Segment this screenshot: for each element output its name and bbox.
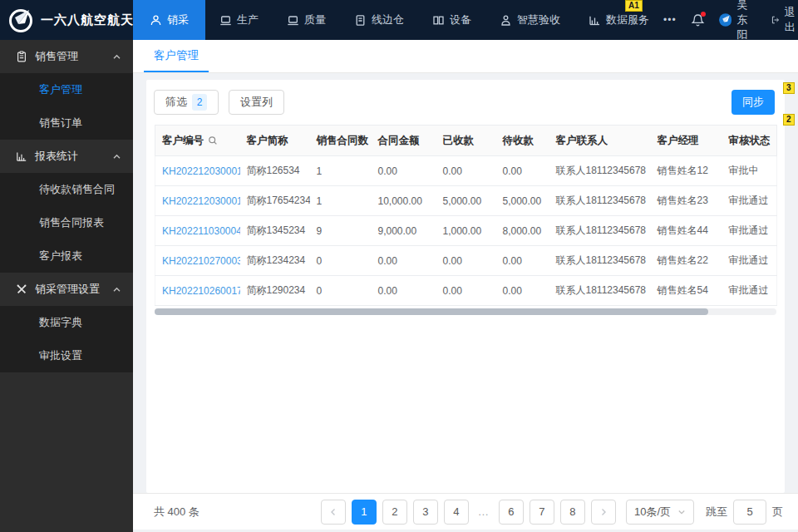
sidebar-group-report-statistics[interactable]: 报表统计: [0, 140, 133, 173]
more-menu-button[interactable]: •••: [663, 14, 677, 26]
jump-page-input[interactable]: [733, 500, 766, 525]
sync-button[interactable]: 同步: [732, 90, 775, 115]
sidebar-group-items: 数据字典 审批设置: [0, 306, 133, 372]
page-button-3[interactable]: 3: [413, 500, 438, 525]
table-row: KH202211030004 简称1345234 9 9,000.00 1,00…: [155, 216, 777, 246]
nav-label: 质量: [304, 12, 326, 27]
tab-customer-management[interactable]: 客户管理: [144, 40, 209, 72]
sidebar-group-sales-purchase-settings[interactable]: 销采管理设置: [0, 273, 133, 306]
bar-chart-icon: [16, 150, 27, 162]
cell: 0.00: [496, 156, 549, 186]
customer-table: 客户编号 客户简称 销售合同数 合同金额 已收款 待收款 客户联系人 客户经理 …: [155, 125, 777, 306]
clipboard-icon: [16, 51, 27, 62]
nav-item-production[interactable]: 生产: [209, 0, 269, 40]
filter-label: 筛选: [165, 95, 187, 110]
customer-id-link[interactable]: KH202212030001: [155, 186, 240, 216]
sidebar-item-data-dictionary[interactable]: 数据字典: [0, 306, 133, 339]
sidebar-item-customer-report[interactable]: 客户报表: [0, 239, 133, 273]
cell: 简称1234234: [240, 246, 310, 276]
top-nav: 销采 生产 质量 线边仓 设备 智慧验收 数据服务: [133, 0, 663, 40]
sidebar-group-label: 报表统计: [35, 149, 78, 164]
nav-item-equipment[interactable]: 设备: [421, 0, 482, 40]
notification-dot: [701, 12, 706, 17]
cell: 5,000.00: [496, 186, 549, 216]
status-cell: 审批通过: [722, 216, 777, 246]
page-button-7[interactable]: 7: [530, 500, 554, 525]
brand: 一六八航空航天: [0, 0, 133, 40]
col-customer-id[interactable]: 客户编号: [155, 126, 240, 156]
logout-button[interactable]: 退出: [771, 5, 798, 35]
cell: 联系人18112345678: [549, 156, 651, 186]
page-button-2[interactable]: 2: [382, 500, 407, 525]
col-contract-count: 销售合同数: [310, 126, 372, 156]
customer-id-link[interactable]: KH202212030001: [155, 156, 240, 186]
chevron-left-icon: [329, 508, 337, 516]
content-card: 筛选 2 设置列 同步 客户编号 客户简: [146, 80, 785, 493]
cell: 简称126534: [240, 156, 310, 186]
sidebar-item-sales-contract-report[interactable]: 销售合同报表: [0, 206, 133, 239]
cell: 0.00: [496, 276, 549, 306]
customer-id-link[interactable]: KH202210270003: [155, 246, 240, 276]
cell: 销售姓名22: [651, 246, 722, 276]
sidebar-group-sales-management[interactable]: 销售管理: [0, 40, 133, 73]
horizontal-scrollbar-track[interactable]: [155, 308, 776, 315]
cell: 简称1290234: [240, 276, 310, 306]
next-page-button[interactable]: [591, 500, 616, 525]
search-icon[interactable]: [208, 135, 218, 145]
page-button-6[interactable]: 6: [499, 500, 524, 525]
logout-icon: [771, 13, 780, 27]
table-header-row: 客户编号 客户简称 销售合同数 合同金额 已收款 待收款 客户联系人 客户经理 …: [155, 126, 777, 156]
nav-item-lineside-warehouse[interactable]: 线边仓: [343, 0, 415, 40]
cell: 销售姓名12: [651, 156, 722, 186]
cell: 9,000.00: [372, 216, 436, 246]
user-badge-icon: [500, 14, 512, 27]
nav-label: 销采: [167, 12, 189, 27]
cell: 联系人18112345678: [549, 246, 651, 276]
company-logo-icon: [7, 6, 35, 34]
sidebar-item-approval-settings[interactable]: 审批设置: [0, 339, 133, 372]
sidebar-item-pending-receivable-contracts[interactable]: 待收款销售合同: [0, 173, 133, 206]
col-manager: 客户经理: [651, 126, 722, 156]
nav-item-sales[interactable]: 销采: [133, 0, 205, 40]
cell: 0.00: [372, 156, 436, 186]
cell: 1: [310, 156, 372, 186]
col-contact: 客户联系人: [549, 126, 651, 156]
page-size-select[interactable]: 10条/页: [626, 500, 694, 525]
sidebar-item-sales-orders[interactable]: 销售订单: [0, 106, 133, 140]
cell: 5,000.00: [436, 186, 496, 216]
horizontal-scrollbar-thumb[interactable]: [155, 308, 708, 315]
set-columns-button[interactable]: 设置列: [229, 90, 284, 115]
user-icon: [150, 14, 162, 27]
page-button-4[interactable]: 4: [444, 500, 469, 525]
page-button-8[interactable]: 8: [560, 500, 585, 525]
cell: 联系人18112345678: [549, 276, 651, 306]
customer-id-link[interactable]: KH202211030004: [155, 216, 240, 246]
chevron-right-icon: [599, 508, 608, 516]
nav-item-data-service[interactable]: 数据服务: [578, 0, 660, 40]
prev-page-button[interactable]: [321, 500, 346, 525]
toolbar: 筛选 2 设置列 同步: [146, 80, 785, 123]
chevron-up-icon: [112, 152, 121, 161]
filter-button[interactable]: 筛选 2: [154, 90, 219, 115]
status-cell: 审批通过: [722, 276, 777, 306]
notification-bell-icon[interactable]: [691, 13, 705, 27]
nav-item-quality[interactable]: 质量: [276, 0, 337, 40]
page-button-1[interactable]: 1: [352, 500, 377, 525]
main-area: 客户管理 筛选 2 设置列 同步 客户编号: [133, 40, 798, 532]
sidebar-group-label: 销采管理设置: [35, 282, 100, 297]
user-menu[interactable]: 吴东阳: [719, 0, 756, 42]
sidebar-group-label: 销售管理: [35, 49, 78, 64]
tools-icon: [16, 283, 27, 295]
cell: 0.00: [372, 276, 436, 306]
nav-label: 线边仓: [372, 12, 404, 27]
customer-id-link[interactable]: KH202210260017: [155, 276, 240, 306]
col-contract-amount: 合同金额: [372, 126, 436, 156]
chevron-up-icon: [112, 52, 121, 62]
nav-item-smart-acceptance[interactable]: 智慧验收: [489, 0, 571, 40]
page-ellipsis[interactable]: ...: [475, 506, 493, 518]
avatar: [719, 9, 732, 31]
cell: 0.00: [372, 246, 436, 276]
sidebar-item-customer-management[interactable]: 客户管理: [0, 73, 133, 106]
cell: 简称1345234: [240, 216, 310, 246]
col-customer-shortname: 客户简称: [240, 126, 310, 156]
